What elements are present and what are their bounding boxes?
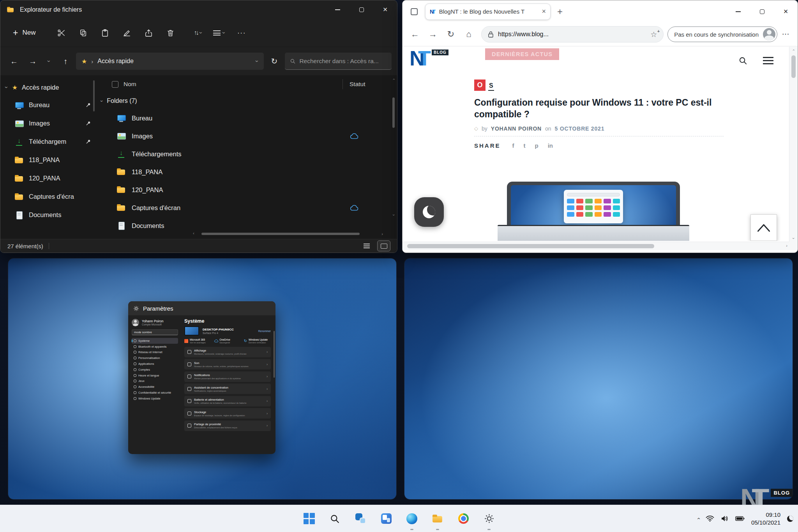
new-tab-button[interactable]: + <box>553 5 567 19</box>
settings-row-son[interactable]: SonNiveaux de volume, sortie, entrée, pé… <box>184 359 271 369</box>
scroll-right-arrow[interactable]: › <box>381 232 383 236</box>
settings-account[interactable]: Yohann Poiron Compte Microsoft <box>132 319 178 326</box>
explorer-titlebar[interactable]: Explorateur de fichiers × <box>0 0 397 19</box>
scroll-up-arrow[interactable]: › <box>392 77 396 82</box>
settings-nav-comptes[interactable]: Comptes <box>132 367 178 373</box>
twitter-icon[interactable]: t <box>524 142 526 149</box>
tab-actions-button[interactable] <box>407 5 421 19</box>
maximize-button[interactable] <box>750 0 774 23</box>
scroll-right-arrow[interactable]: › <box>786 243 787 248</box>
add-favorite-icon[interactable]: ☆+ <box>650 30 657 39</box>
sidebar-quick-access-header[interactable]: › ★ Accès rapide <box>0 79 95 96</box>
cut-button[interactable] <box>51 23 71 42</box>
sidebar-item-captures[interactable]: Captures d'écra <box>0 187 95 206</box>
share-button[interactable] <box>138 23 159 42</box>
settings-scrollbar[interactable] <box>274 331 275 378</box>
windows-update-card[interactable]: ↻ Windows UpdateDernière vérification <box>244 338 271 344</box>
settings-nav-personnalisation[interactable]: Personnalisation <box>132 355 178 361</box>
rename-button[interactable] <box>117 23 137 42</box>
taskbar-edge-button[interactable] <box>403 510 421 528</box>
category[interactable]: O S <box>474 80 730 91</box>
sort-button[interactable]: ↑↓ › <box>189 23 207 42</box>
settings-nav-bluetooth[interactable]: Bluetooth et appareils <box>132 344 178 350</box>
sidebar-item-images[interactable]: Images <box>0 114 95 133</box>
linkedin-icon[interactable]: in <box>548 142 553 149</box>
scroll-up-arrow[interactable]: › <box>791 46 796 54</box>
address-dropdown-chevron[interactable]: › <box>255 60 260 62</box>
up-button[interactable]: ↑ <box>57 53 74 69</box>
article-date[interactable]: 5 OCTOBRE 2021 <box>555 125 605 132</box>
home-button[interactable]: ⌂ <box>460 26 477 43</box>
sidebar-item-118-pana[interactable]: 118_PANA <box>0 151 95 169</box>
settings-and-more-button[interactable]: ··· <box>778 26 794 43</box>
page-horizontal-scrollbar[interactable]: › <box>403 242 789 250</box>
profile-button[interactable]: Pas en cours de synchronisation <box>667 27 777 42</box>
column-header-statut[interactable]: Statut <box>350 81 365 88</box>
page-vertical-scrollbar[interactable]: › › <box>789 47 798 242</box>
taskbar-search-button[interactable] <box>326 510 344 528</box>
settings-nav-windows-update[interactable]: Windows Update <box>132 396 178 401</box>
large-icons-view-toggle[interactable] <box>378 241 390 251</box>
file-row-captures[interactable]: Captures d'écran <box>95 199 397 217</box>
settings-row-batterie[interactable]: Batterie et alimentationVeille, utilisat… <box>184 396 271 407</box>
file-row-bureau[interactable]: Bureau <box>95 109 397 127</box>
tab-close-icon[interactable]: × <box>542 7 546 16</box>
url-text[interactable]: https://www.blog... <box>498 31 549 38</box>
blognt-logo[interactable]: N T BLOG <box>410 48 448 69</box>
task-view-button[interactable] <box>351 510 369 528</box>
group-header-folders[interactable]: › Folders (7) <box>95 93 397 109</box>
address-breadcrumb[interactable]: ★ › Accès rapide › <box>76 53 264 70</box>
settings-nav-jeux[interactable]: Jeux <box>132 378 178 384</box>
recent-locations-chevron[interactable]: › <box>46 60 52 62</box>
article-title[interactable]: Configuration requise pour Windows 11 : … <box>474 97 726 120</box>
scroll-to-top-button[interactable] <box>750 214 777 241</box>
do-not-disturb-moon-icon[interactable] <box>787 516 793 522</box>
settings-nav-applications[interactable]: Applications <box>132 361 178 367</box>
settings-nav-systeme[interactable]: Système <box>132 338 178 344</box>
site-search-icon[interactable] <box>738 56 747 65</box>
start-button[interactable] <box>300 510 318 528</box>
scroll-down-arrow[interactable]: › <box>392 212 396 218</box>
taskbar-explorer-button[interactable] <box>429 510 447 528</box>
scroll-down-arrow[interactable]: › <box>791 234 796 242</box>
explorer-search-input[interactable] <box>299 58 387 65</box>
maximize-button[interactable] <box>350 0 373 19</box>
vertical-scroll-thumb[interactable] <box>392 97 395 128</box>
wifi-icon[interactable] <box>706 515 714 522</box>
show-hidden-icons-chevron[interactable]: › <box>695 518 701 520</box>
snap-zone-right[interactable] <box>404 258 793 499</box>
pinterest-icon[interactable]: p <box>535 142 538 149</box>
edge-titlebar[interactable]: NT BlogNT : le Blog des Nouvelles T × + … <box>403 0 798 23</box>
sidebar-item-telechargements[interactable]: Téléchargem <box>0 133 95 151</box>
forward-button[interactable]: → <box>424 26 441 43</box>
file-row-images[interactable]: Images <box>95 127 397 145</box>
taskbar-settings-button[interactable] <box>480 510 498 528</box>
file-row-telechargements[interactable]: Téléchargements <box>95 145 397 163</box>
settings-row-concentration[interactable]: Assistant de concentrationNotifications,… <box>184 384 271 394</box>
file-row-120-pana[interactable]: 120_PANA <box>95 181 397 199</box>
horizontal-scroll-thumb[interactable] <box>201 233 360 235</box>
settings-row-notifications[interactable]: NotificationsAlertes provenant des appli… <box>184 371 271 382</box>
vertical-scrollbar[interactable]: › › <box>391 77 396 217</box>
taskbar-chrome-button[interactable] <box>454 510 472 528</box>
vertical-scroll-thumb[interactable] <box>791 55 796 78</box>
horizontal-scrollbar[interactable]: › › <box>193 231 383 237</box>
refresh-button[interactable]: ↻ <box>442 26 459 43</box>
back-button[interactable]: ← <box>6 53 22 69</box>
delete-button[interactable] <box>160 23 180 42</box>
copy-button[interactable] <box>73 23 93 42</box>
forward-button[interactable]: → <box>25 53 41 69</box>
dark-mode-toggle[interactable] <box>414 197 444 227</box>
view-button[interactable]: › <box>208 23 230 42</box>
select-all-checkbox[interactable] <box>112 81 118 88</box>
snap-zone-left[interactable]: Paramètres Yohann Poiron Compte Microsof… <box>8 258 396 499</box>
facebook-icon[interactable]: f <box>512 142 514 149</box>
sidebar-item-documents[interactable]: Documents <box>0 206 95 224</box>
column-divider[interactable] <box>343 79 343 89</box>
more-options-button[interactable]: ··· <box>231 23 252 42</box>
details-view-toggle[interactable] <box>360 241 373 251</box>
rename-link[interactable]: Renommer <box>258 330 271 332</box>
scroll-left-arrow[interactable]: › <box>193 232 194 236</box>
volume-icon[interactable] <box>721 515 729 522</box>
settings-row-stockage[interactable]: StockageEspace de stockage, lecteurs, rè… <box>184 408 271 419</box>
